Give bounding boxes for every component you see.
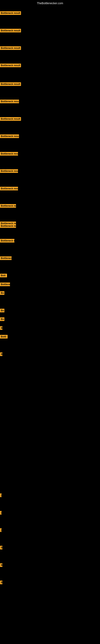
badge-7[interactable]: Bottleneck result [0,117,21,121]
badge-6[interactable]: Bottleneck resu [0,100,19,103]
badge-30[interactable]: B [0,580,2,584]
badge-22[interactable]: B [0,326,2,330]
badge-14[interactable]: Bottleneck res [0,224,16,228]
badge-8[interactable]: Bottleneck resu [0,134,19,138]
site-title: TheBottlenecker.com [37,2,63,5]
badge-2[interactable]: Bottleneck result [0,29,21,32]
badge-1[interactable]: Bottleneck result [0,11,21,15]
badge-28[interactable]: B [0,546,2,550]
badge-23[interactable]: Bottl [0,335,8,338]
badge-4[interactable]: Bottleneck result [0,64,21,67]
badge-16[interactable]: Bottlenec [0,256,12,260]
badge-12[interactable]: Bottleneck res [0,204,16,208]
badge-11[interactable]: Bottleneck resu [0,187,18,190]
badge-15[interactable]: Bottleneck re [0,239,14,242]
badge-17[interactable]: Bott [0,274,7,277]
badge-19[interactable]: Bo [0,291,4,295]
badge-10[interactable]: Bottleneck resu [0,169,18,173]
badge-27[interactable]: | [0,528,1,532]
badge-21[interactable]: Bo [0,317,4,321]
badge-20[interactable]: Bo [0,309,4,312]
badge-26[interactable]: | [0,511,1,514]
badge-24[interactable]: B [0,352,2,356]
badge-5[interactable]: Bottleneck result [0,82,21,86]
badge-3[interactable]: Bottleneck result [0,46,21,50]
badge-29[interactable]: B [0,563,2,567]
badge-9[interactable]: Bottleneck resu [0,152,18,156]
badge-25[interactable]: | [0,494,1,497]
badge-18[interactable]: Bottlene [0,282,10,286]
